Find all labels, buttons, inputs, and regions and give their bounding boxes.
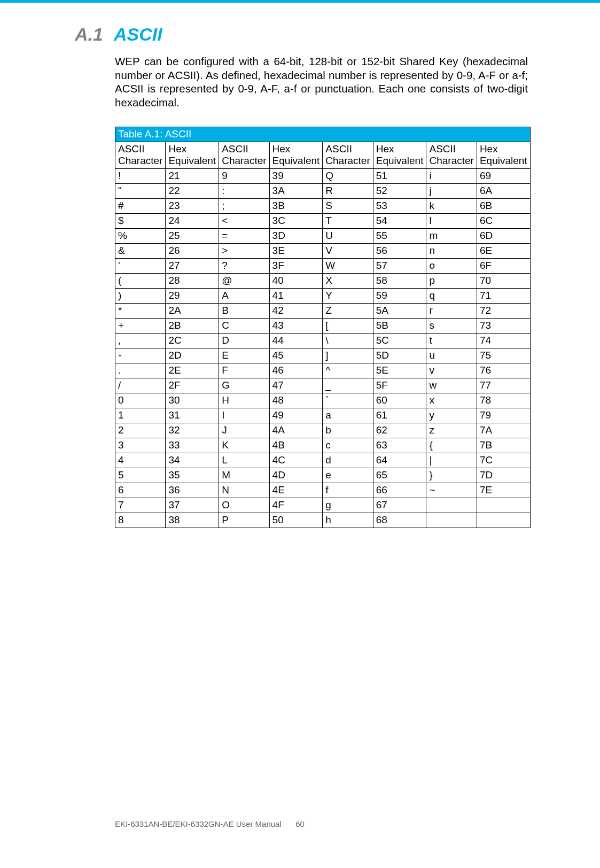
table-cell: 73 [477,319,530,334]
table-cell: h [323,513,373,528]
table-cell: 27 [166,259,219,274]
table-cell: 22 [166,184,219,199]
table-cell: ! [115,169,166,184]
table-cell: l [426,214,477,229]
table-cell: 5F [373,378,426,393]
table-cell: f [323,483,373,498]
table-cell: ^ [323,363,373,378]
table-cell: k [426,199,477,214]
table-cell: W [323,259,373,274]
table-row: 838P50h68 [115,513,531,528]
table-cell: 3A [269,184,323,199]
table-cell: 69 [477,169,530,184]
table-cell: J [219,423,269,438]
table-cell: 34 [166,453,219,468]
table-cell: 3C [269,214,323,229]
table-cell: 53 [373,199,426,214]
table-cell: T [323,214,373,229]
table-cell: 4E [269,483,323,498]
table-cell: w [426,378,477,393]
table-cell: 51 [373,169,426,184]
table-cell: y [426,408,477,423]
table-row: )29A41Y59q71 [115,289,531,304]
section-number: A.1 [75,24,103,45]
table-cell: 6 [115,483,166,498]
table-cell: 28 [166,274,219,289]
table-header-cell: ASCIICharacter [115,142,166,169]
table-cell: 21 [166,169,219,184]
table-cell: i [426,169,477,184]
table-cell: 60 [373,393,426,408]
table-row: 737O4Fg67 [115,498,531,513]
table-cell: 4F [269,498,323,513]
table-cell: j [426,184,477,199]
table-cell: 7B [477,438,530,453]
table-cell: 4A [269,423,323,438]
table-cell [426,513,477,528]
table-cell: r [426,304,477,319]
table-row: '27?3FW57o6F [115,259,531,274]
table-header-row: ASCIICharacterHexEquivalentASCIICharacte… [115,142,531,169]
table-cell: 2F [166,378,219,393]
table-cell: 25 [166,229,219,244]
table-cell: 39 [269,169,323,184]
footer-page-number: 60 [295,819,305,828]
table-cell: F [219,363,269,378]
table-cell: < [219,214,269,229]
table-cell: P [219,513,269,528]
table-cell: 29 [166,289,219,304]
footer-manual-name: EKI-6331AN-BE/EKI-6332GN-AE User Manual [115,819,282,828]
table-cell: ] [323,348,373,363]
table-cell: b [323,423,373,438]
table-caption: Table A.1: ASCII [115,127,531,142]
table-row: "22:3AR52j6A [115,184,531,199]
page-content: A.1 ASCII WEP can be configured with a 6… [0,3,600,528]
table-cell: m [426,229,477,244]
table-cell: $ [115,214,166,229]
table-cell: u [426,348,477,363]
table-cell: 6A [477,184,530,199]
table-cell: , [115,334,166,348]
table-cell [477,498,530,513]
table-cell: 2B [166,319,219,334]
table-cell: Y [323,289,373,304]
table-row: -2DE45]5Du75 [115,348,531,363]
table-cell: + [115,319,166,334]
table-cell: 48 [269,393,323,408]
page-footer: EKI-6331AN-BE/EKI-6332GN-AE User Manual … [0,819,600,828]
table-cell: 70 [477,274,530,289]
table-cell: _ [323,378,373,393]
table-cell: 26 [166,244,219,259]
table-cell: z [426,423,477,438]
table-cell: : [219,184,269,199]
table-cell: 52 [373,184,426,199]
table-cell: V [323,244,373,259]
table-cell: 6C [477,214,530,229]
table-cell: 67 [373,498,426,513]
table-cell: 3D [269,229,323,244]
table-cell: 6D [477,229,530,244]
table-row: $24<3CT54l6C [115,214,531,229]
table-cell: 46 [269,363,323,378]
table-row: 333K4Bc63{7B [115,438,531,453]
table-cell: 4C [269,453,323,468]
table-cell: 9 [219,169,269,184]
table-cell: 76 [477,363,530,378]
table-cell: q [426,289,477,304]
table-row: /2FG47_5Fw77 [115,378,531,393]
table-cell: 6B [477,199,530,214]
table-cell: 7C [477,453,530,468]
table-cell: S [323,199,373,214]
table-row: 636N4Ef66~7E [115,483,531,498]
table-cell: 68 [373,513,426,528]
table-cell: 44 [269,334,323,348]
table-cell: / [115,378,166,393]
table-cell: L [219,453,269,468]
table-header-cell: HexEquivalent [477,142,530,169]
table-cell: X [323,274,373,289]
table-cell: 47 [269,378,323,393]
table-cell: e [323,468,373,483]
table-header-cell: HexEquivalent [269,142,323,169]
table-cell: 2E [166,363,219,378]
table-cell: | [426,453,477,468]
